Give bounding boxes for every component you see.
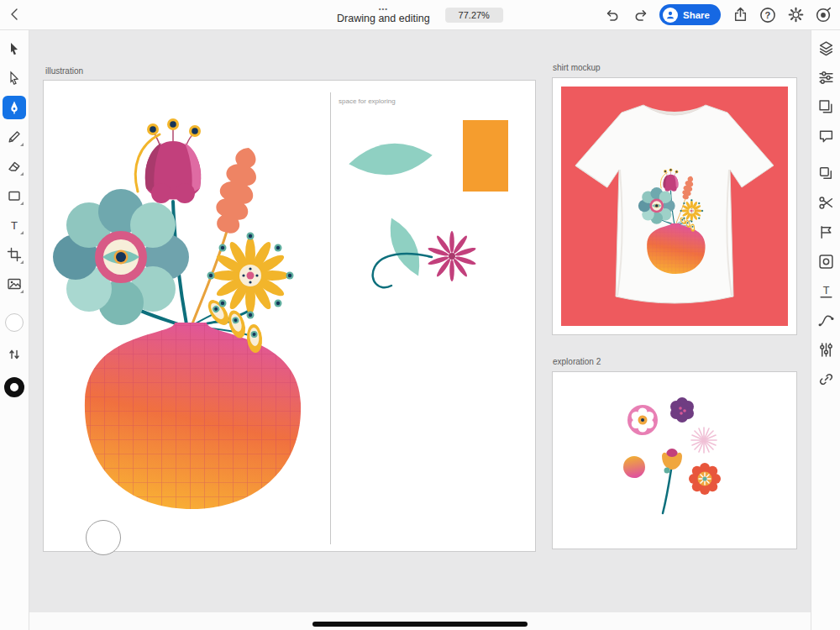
stroke-color-well[interactable] xyxy=(4,377,24,397)
share-button-label: Share xyxy=(683,10,710,20)
artboard-divider-line xyxy=(330,92,331,544)
crop-marks-icon xyxy=(7,247,22,262)
link-button[interactable] xyxy=(816,369,836,389)
zoom-level-badge[interactable]: 77.27% xyxy=(445,8,503,23)
comment-bubble-icon xyxy=(818,129,834,144)
pencil-icon xyxy=(7,129,22,144)
layers-panel-button[interactable] xyxy=(816,38,836,58)
artboard-tool-button[interactable] xyxy=(3,243,26,266)
document-header: ••• Drawing and editing 77.27% xyxy=(337,0,503,29)
eraser-icon xyxy=(7,159,22,174)
link-icon xyxy=(818,371,834,387)
artboards-panel-button[interactable] xyxy=(816,97,836,117)
layers-icon xyxy=(818,40,834,56)
properties-panel-button[interactable] xyxy=(816,67,836,87)
svg-text:?: ? xyxy=(765,10,771,20)
preview-button[interactable] xyxy=(816,251,836,271)
home-indicator[interactable] xyxy=(312,622,528,627)
redo-button[interactable] xyxy=(632,7,648,24)
fill-color-well[interactable] xyxy=(5,313,24,332)
export-icon[interactable] xyxy=(732,7,748,24)
svg-text:T: T xyxy=(822,285,829,297)
type-options-icon: T xyxy=(818,283,834,299)
document-title: Drawing and editing xyxy=(337,13,430,24)
help-icon[interactable]: ? xyxy=(759,7,776,24)
place-image-tool-button[interactable] xyxy=(3,272,26,296)
share-button[interactable]: Share xyxy=(659,4,721,25)
eraser-tool-button[interactable] xyxy=(3,155,26,178)
artboard-shirt-mockup[interactable] xyxy=(553,78,796,334)
exploration-2-illustration xyxy=(553,372,796,549)
avatar xyxy=(663,8,678,23)
type-options-button[interactable]: T xyxy=(816,281,836,301)
artboard-exploration-2[interactable] xyxy=(553,372,796,549)
settings-gear-icon[interactable] xyxy=(787,7,804,24)
circle-outline-shape xyxy=(86,520,121,555)
curve-path-icon xyxy=(818,312,834,328)
artboard-label-exploration-2[interactable]: exploration 2 xyxy=(553,357,601,366)
tshirt-mockup-image xyxy=(561,87,788,326)
preferences-button[interactable] xyxy=(816,339,836,360)
swap-colors-button[interactable] xyxy=(8,348,21,365)
tool-bar: T xyxy=(0,29,29,630)
canvas-area[interactable]: illustration space for exploring xyxy=(29,29,811,630)
artboard-label-shirt-mockup[interactable]: shirt mockup xyxy=(553,63,601,72)
flower-vase-illustration xyxy=(47,111,316,548)
shape-tool-button[interactable] xyxy=(3,184,26,207)
shirt-mockup-background xyxy=(561,87,788,326)
duplicate-icon xyxy=(818,165,834,181)
pencil-tool-button[interactable] xyxy=(3,125,26,149)
align-button[interactable] xyxy=(816,222,836,242)
app-window: ••• Drawing and editing 77.27% Share xyxy=(0,0,840,630)
artboard-label-illustration[interactable]: illustration xyxy=(45,66,83,76)
pen-icon xyxy=(7,100,22,115)
flag-icon xyxy=(818,224,834,240)
artboard-illustration[interactable]: space for exploring xyxy=(44,81,535,551)
document-menu-dots-icon[interactable]: ••• xyxy=(379,6,388,12)
svg-text:T: T xyxy=(11,219,18,232)
scissors-icon xyxy=(818,195,834,211)
type-icon: T xyxy=(7,218,22,233)
top-bar: ••• Drawing and editing 77.27% Share xyxy=(0,0,840,30)
curves-button[interactable] xyxy=(816,310,836,330)
touch-shortcut-icon[interactable] xyxy=(815,7,832,24)
pen-tool-button[interactable] xyxy=(3,96,26,119)
select-tool-button[interactable] xyxy=(3,37,26,60)
image-icon xyxy=(7,276,22,291)
sliders-icon xyxy=(818,70,834,86)
select-cursor-icon xyxy=(7,41,22,56)
artboards-icon xyxy=(818,99,834,115)
back-button[interactable] xyxy=(7,6,24,23)
duplicate-button[interactable] xyxy=(816,163,836,183)
comments-button[interactable] xyxy=(816,126,836,146)
direct-select-cursor-icon xyxy=(7,71,22,86)
vertical-sliders-icon xyxy=(818,342,834,358)
task-bar: T xyxy=(811,29,840,630)
rectangle-icon xyxy=(7,188,22,203)
exploring-annotation: space for exploring xyxy=(339,97,396,105)
direct-select-tool-button[interactable] xyxy=(3,66,26,90)
top-bar-actions: Share ? xyxy=(604,0,832,29)
cut-button[interactable] xyxy=(816,192,836,213)
exploration-shapes xyxy=(338,106,529,383)
frame-circle-icon xyxy=(818,254,834,270)
undo-button[interactable] xyxy=(604,7,621,24)
type-tool-button[interactable]: T xyxy=(3,213,26,237)
